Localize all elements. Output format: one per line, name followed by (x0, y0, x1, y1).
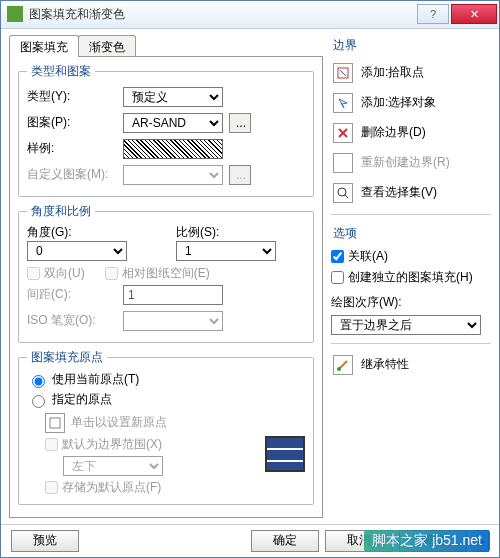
click-set-label: 单击以设置新原点 (71, 414, 167, 431)
pattern-browse-button[interactable]: ... (229, 113, 251, 133)
spacing-label: 间距(C): (27, 286, 117, 303)
associative-checkbox[interactable]: 关联(A) (331, 248, 491, 265)
type-select[interactable]: 预定义 (123, 87, 223, 107)
svg-line-2 (340, 70, 346, 76)
hatch-dialog: 图案填充和渐变色 ? ✕ 图案填充 渐变色 类型和图案 类型(Y): 预定义 图… (0, 0, 500, 558)
delete-boundary[interactable]: 删除边界(D) (331, 120, 491, 146)
store-default-checkbox: 存储为默认原点(F) (45, 479, 257, 496)
tab-gradient[interactable]: 渐变色 (78, 35, 136, 57)
delete-icon (333, 123, 353, 143)
custom-browse-button: ... (229, 165, 251, 185)
recreate-boundary: 重新创建边界(R) (331, 150, 491, 176)
swatch-preview[interactable] (123, 139, 223, 159)
use-current-origin-radio[interactable]: 使用当前原点(T) (27, 370, 305, 390)
swatch-label: 样例: (27, 140, 117, 157)
preview-button[interactable]: 预览 (11, 530, 79, 552)
tabs: 图案填充 渐变色 (9, 35, 323, 57)
double-checkbox: 双向(U) (27, 265, 85, 282)
inherit-icon (333, 355, 353, 375)
custom-label: 自定义图案(M): (27, 166, 117, 183)
pick-point-icon (333, 63, 353, 83)
isopen-select (123, 311, 223, 331)
origin-legend: 图案填充原点 (27, 349, 107, 366)
draw-order-label: 绘图次序(W): (331, 294, 491, 311)
svg-point-8 (337, 367, 341, 371)
spacing-input (123, 285, 223, 305)
pick-origin-icon (45, 413, 65, 433)
svg-point-6 (338, 188, 346, 196)
custom-select (123, 165, 223, 185)
tab-hatch[interactable]: 图案填充 (9, 35, 79, 57)
ok-button[interactable]: 确定 (251, 530, 319, 552)
view-icon (333, 183, 353, 203)
angle-label: 角度(G): (27, 224, 156, 241)
inherit-properties[interactable]: 继承特性 (331, 352, 491, 378)
origin-pos-select: 左下 (63, 456, 163, 476)
svg-marker-3 (339, 99, 347, 108)
recreate-icon (333, 153, 353, 173)
type-label: 类型(Y): (27, 88, 117, 105)
origin-group: 图案填充原点 使用当前原点(T) 指定的原点 单击以设置新原点 默认为边界范围(… (18, 349, 314, 505)
create-independent-checkbox[interactable]: 创建独立的图案填充(H) (331, 269, 491, 286)
add-select-objects[interactable]: 添加:选择对象 (331, 90, 491, 116)
scale-label: 比例(S): (176, 224, 305, 241)
default-boundary-checkbox: 默认为边界范围(X) (45, 436, 257, 453)
watermark: 脚本之家 jb51.net (364, 530, 490, 552)
window-title: 图案填充和渐变色 (29, 6, 415, 23)
angle-scale-legend: 角度和比例 (27, 203, 95, 220)
angle-select[interactable]: 0 (27, 241, 127, 261)
help-button[interactable]: ? (417, 4, 449, 24)
specified-origin-radio[interactable]: 指定的原点 (27, 390, 305, 410)
angle-scale-group: 角度和比例 角度(G): 0 比例(S): 1 双向(U) 相对图纸空间(E) … (18, 203, 314, 343)
origin-preview-icon (265, 436, 305, 472)
options-legend: 选项 (331, 223, 491, 244)
view-selection[interactable]: 查看选择集(V) (331, 180, 491, 206)
pattern-select[interactable]: AR-SAND (123, 113, 223, 133)
select-objects-icon (333, 93, 353, 113)
add-pick-point[interactable]: 添加:拾取点 (331, 60, 491, 86)
rel-paper-checkbox: 相对图纸空间(E) (105, 265, 210, 282)
svg-rect-0 (50, 418, 60, 428)
app-icon (7, 6, 23, 22)
isopen-label: ISO 笔宽(O): (27, 312, 117, 329)
draw-order-select[interactable]: 置于边界之后 (331, 315, 481, 335)
titlebar: 图案填充和渐变色 ? ✕ (1, 1, 499, 29)
type-pattern-legend: 类型和图案 (27, 63, 95, 80)
boundary-legend: 边界 (331, 35, 491, 56)
type-pattern-group: 类型和图案 类型(Y): 预定义 图案(P): AR-SAND ... 样例: … (18, 63, 314, 197)
close-button[interactable]: ✕ (451, 4, 497, 24)
svg-line-7 (345, 195, 348, 198)
pattern-label: 图案(P): (27, 114, 117, 131)
scale-select[interactable]: 1 (176, 241, 276, 261)
